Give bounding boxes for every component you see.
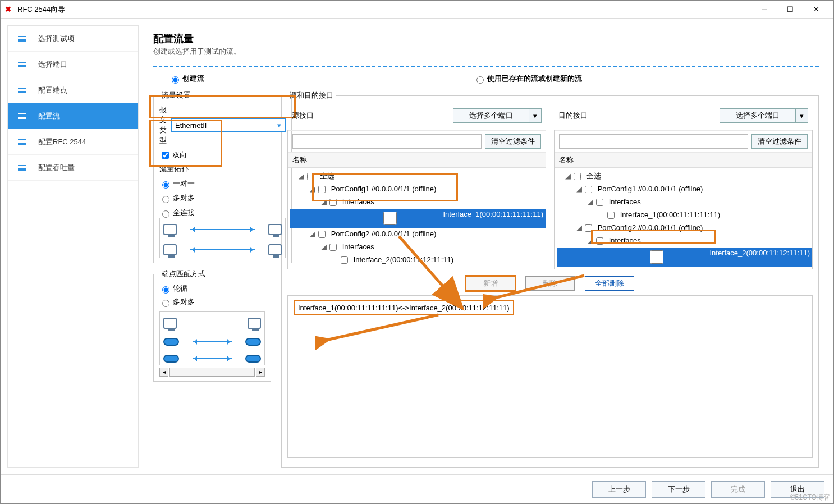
pair-list[interactable]: Interface_1(00:00:11:11:11:11)<->Interfa… [287, 295, 813, 458]
close-button[interactable]: ✕ [803, 1, 829, 18]
scroll-right-icon[interactable]: ▸ [256, 368, 265, 377]
arrow-bidir-icon [193, 358, 232, 359]
tree-interfaces[interactable]: ◢ Interfaces [290, 196, 546, 209]
topo-full-mesh[interactable]: 全连接 [159, 208, 286, 218]
menu-icon [18, 62, 26, 67]
nav-config-rfc2544[interactable]: 配置RFC 2544 [8, 129, 138, 155]
traffic-settings: 流量设置 报文类型 ▾ 双向 流量拓扑 [153, 90, 292, 263]
pair-item[interactable]: Interface_1(00:00:11:11:11:11)<->Interfa… [294, 300, 514, 315]
src-panel: 清空过滤条件 名称 ◢ 全选 ◢ PortConfig1 //0.0.0.0/1… [287, 130, 546, 269]
watermark: ©51CTO博客 [790, 493, 830, 502]
tree-interface-1[interactable]: Interface_1(00:00:11:11:11:11) [557, 209, 812, 222]
menu-icon [18, 88, 26, 93]
nav-config-endpoint[interactable]: 配置端点 [8, 77, 138, 103]
separator [153, 66, 819, 67]
minimize-button[interactable]: ─ [751, 1, 777, 18]
mode-existing[interactable]: 使用已存在的流或创建新的流 [474, 74, 582, 84]
bidir-checkbox[interactable]: 双向 [159, 150, 187, 159]
dst-panel: 清空过滤条件 名称 ◢ 全选 ◢ PortConfig1 //0.0.0.0/1… [554, 130, 813, 269]
src-multi-port[interactable]: 选择多个端口▾ [453, 108, 542, 123]
chevron-down-icon[interactable]: ▾ [796, 108, 808, 123]
match-round-robin[interactable]: 轮循 [159, 283, 265, 294]
src-dst-interfaces: 源和目的接口 源接口 选择多个端口▾ 清空过滤条件 [281, 90, 819, 468]
src-filter-input[interactable] [292, 134, 482, 149]
remove-button[interactable]: 删除 [525, 276, 575, 291]
src-tree-header: 名称 [288, 153, 546, 168]
router-icon [163, 338, 179, 346]
scroll-track[interactable] [169, 368, 255, 377]
left-column: 流量设置 报文类型 ▾ 双向 流量拓扑 [153, 90, 271, 468]
frame-type-select[interactable] [171, 118, 273, 132]
tree-interfaces[interactable]: ◢ Interfaces [557, 235, 812, 248]
srcdst-legend: 源和目的接口 [287, 90, 336, 100]
tree-interface-1[interactable]: Interface_1(00:00:11:11:11:11) [290, 209, 546, 228]
chevron-down-icon[interactable]: ▾ [529, 108, 542, 123]
tree-interfaces[interactable]: ◢ Interfaces [557, 196, 812, 209]
src-tree[interactable]: ◢ 全选 ◢ PortConfig1 //0.0.0.0/1/1 (offlin… [288, 168, 546, 269]
app-window: ✖ RFC 2544向导 ─ ☐ ✕ 选择测试项 选择端口 配置端点 配置流 配… [0, 0, 834, 504]
arrow-bidir-icon [190, 229, 255, 230]
add-button[interactable]: 新增 [466, 276, 515, 291]
traffic-legend: 流量设置 [159, 90, 193, 100]
endpoint-match: 端点匹配方式 轮循 多对多 ◂ ▸ [153, 269, 271, 382]
mode-row: 创建流 使用已存在的流或创建新的流 [153, 72, 819, 90]
remove-all-button[interactable]: 全部删除 [585, 276, 634, 291]
main-content: 配置流量 创建或选择用于测试的流。 创建流 使用已存在的流或创建新的流 流量设置… [139, 25, 827, 468]
arrow-bidir-icon [190, 249, 255, 250]
topology-title: 流量拓扑 [159, 164, 286, 174]
topo-one-to-one[interactable]: 一对一 [159, 178, 286, 189]
device-icon [248, 318, 261, 329]
tree-interface-2[interactable]: Interface_2(00:00:11:12:11:11) [290, 254, 546, 267]
mode-create[interactable]: 创建流 [169, 74, 204, 84]
match-diagram [159, 311, 265, 365]
tree-port1[interactable]: ◢ PortConfig1 //0.0.0.0/1/1 (offline) [557, 183, 812, 196]
tree-interfaces[interactable]: ◢ Interfaces [290, 241, 546, 254]
action-bar: 新增 删除 全部删除 [287, 269, 813, 296]
dst-clear-filter[interactable]: 清空过滤条件 [751, 134, 808, 149]
arrow-bidir-icon [193, 341, 232, 342]
page-title: 配置流量 [153, 32, 819, 45]
nav-config-flow[interactable]: 配置流 [8, 103, 138, 129]
chevron-down-icon[interactable]: ▾ [273, 118, 286, 132]
tree-port2[interactable]: ◢ PortConfig2 //0.0.0.0/1/1 (offline) [290, 228, 546, 241]
nav-select-port[interactable]: 选择端口 [8, 52, 138, 77]
dst-tree-header: 名称 [555, 153, 812, 168]
frame-type-label: 报文类型 [159, 105, 167, 145]
dst-tree[interactable]: ◢ 全选 ◢ PortConfig1 //0.0.0.0/1/1 (offlin… [555, 168, 812, 269]
tree-select-all[interactable]: ◢ 全选 [557, 170, 812, 183]
title-bar: ✖ RFC 2544向导 ─ ☐ ✕ [1, 1, 833, 19]
prev-button[interactable]: 上一步 [592, 481, 646, 498]
finish-button[interactable]: 完成 [711, 481, 765, 498]
device-icon [163, 224, 177, 235]
maximize-button[interactable]: ☐ [777, 1, 803, 18]
scroll-left-icon[interactable]: ◂ [159, 368, 168, 377]
match-many-to-many[interactable]: 多对多 [159, 297, 265, 307]
endpoint-match-legend: 端点匹配方式 [159, 269, 208, 279]
tree-select-all[interactable]: ◢ 全选 [290, 170, 546, 183]
menu-icon [18, 139, 26, 145]
router-icon [163, 355, 179, 363]
dst-label: 目的接口 [558, 111, 588, 121]
topology-diagram [159, 218, 286, 258]
app-icon: ✖ [5, 5, 14, 13]
router-icon [245, 355, 261, 363]
device-icon [268, 224, 282, 235]
menu-icon [18, 36, 26, 42]
tree-interface-2[interactable]: Interface_2(00:00:11:12:11:11) [557, 248, 812, 267]
src-label: 源接口 [292, 111, 314, 121]
src-clear-filter[interactable]: 清空过滤条件 [485, 134, 541, 149]
menu-icon [18, 165, 26, 171]
nav-config-throughput[interactable]: 配置吞吐量 [8, 155, 138, 181]
next-button[interactable]: 下一步 [652, 481, 705, 498]
window-title: RFC 2544向导 [17, 4, 751, 15]
tree-port2[interactable]: ◢ PortConfig2 //0.0.0.0/1/1 (offline) [557, 222, 812, 235]
dst-filter-input[interactable] [559, 134, 748, 149]
topo-many-to-many[interactable]: 多对多 [159, 193, 286, 203]
dst-multi-port[interactable]: 选择多个端口▾ [720, 108, 808, 123]
diagram-scrollbar[interactable]: ◂ ▸ [159, 368, 265, 377]
device-icon [268, 244, 282, 255]
tree-port1[interactable]: ◢ PortConfig1 //0.0.0.0/1/1 (offline) [290, 183, 546, 196]
menu-icon [18, 113, 26, 119]
device-icon [163, 318, 177, 329]
nav-select-test[interactable]: 选择测试项 [8, 26, 138, 52]
